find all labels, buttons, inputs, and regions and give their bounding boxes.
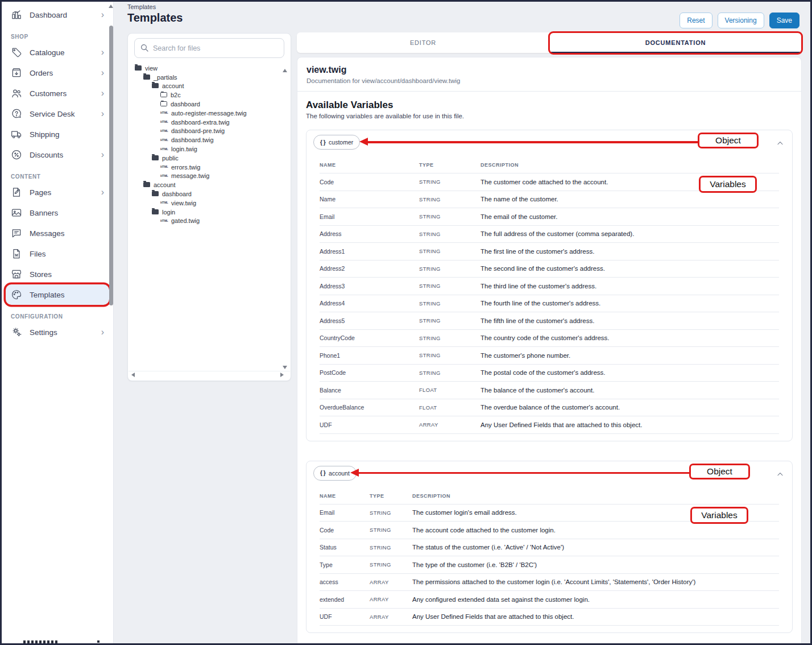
- tree-item-dashboard-extra-twig[interactable]: HTMLdashboard-extra.twig: [128, 118, 291, 127]
- versioning-button[interactable]: Versioning: [718, 13, 764, 28]
- shipping-icon: [11, 129, 22, 140]
- sidebar-item-dashboard[interactable]: Dashboard›: [6, 5, 109, 25]
- tree-horizontal-scrollbar[interactable]: [129, 371, 290, 371]
- toolbar: Reset Versioning Save: [680, 13, 799, 28]
- variable-description: Any User Defined Fields that are attache…: [480, 416, 779, 434]
- variable-row-Address3: Address3STRINGThe third line of the cust…: [320, 278, 779, 295]
- variable-description: The account code attached to the custome…: [412, 522, 779, 539]
- reset-button[interactable]: Reset: [680, 13, 712, 28]
- sidebar-item-label: Shipping: [30, 130, 60, 139]
- sidebar-item-pages[interactable]: Pages›: [6, 182, 109, 202]
- html-file-icon: HTML: [160, 121, 168, 123]
- tree-item-dashboard-twig[interactable]: HTMLdashboard.twig: [128, 135, 291, 144]
- variable-description: Any User Defined Fields that are attache…: [412, 608, 779, 626]
- variable-name: Email: [320, 208, 419, 226]
- chevron-right-icon: ›: [101, 89, 104, 98]
- sidebar-scroll-up-icon[interactable]: [109, 5, 113, 8]
- variable-description: The postal code of the customer's addres…: [480, 364, 779, 382]
- tree-item-view-twig[interactable]: HTMLview.twig: [128, 199, 291, 208]
- folder-icon: [152, 84, 159, 88]
- tree-item-account[interactable]: account: [128, 82, 291, 91]
- variable-type: STRING: [419, 243, 480, 261]
- tree-item-login[interactable]: login: [128, 208, 291, 217]
- section-label-configuration: CONFIGURATION: [11, 311, 104, 321]
- variable-type: STRING: [419, 260, 480, 278]
- html-file-icon: HTML: [160, 201, 168, 204]
- sidebar-item-customers[interactable]: Customers›: [6, 83, 109, 104]
- sidebar-item-service-desk[interactable]: Service Desk›: [6, 104, 109, 124]
- tree-item-dashboard[interactable]: dashboard: [128, 189, 291, 199]
- section-label-content: CONTENT: [11, 171, 104, 181]
- tree-item-message-twig[interactable]: HTMLmessage.twig: [128, 172, 291, 181]
- variable-row-Address: AddressSTRINGThe full address of the cus…: [320, 225, 779, 243]
- variable-description: The status of the customer (i.e. 'Active…: [412, 539, 779, 556]
- search-icon: [140, 43, 149, 52]
- variable-row-Address4: Address4STRINGThe fourth line of the cus…: [320, 295, 779, 312]
- variable-description: The third line of the customer's address…: [480, 278, 779, 295]
- variable-type: FLOAT: [419, 382, 480, 399]
- sidebar-item-discounts[interactable]: Discounts›: [6, 144, 109, 165]
- chevron-right-icon: ›: [101, 109, 104, 118]
- variable-type: STRING: [370, 504, 412, 522]
- tree-item-gated-twig[interactable]: HTMLgated.twig: [128, 217, 291, 226]
- tree-item-auto-register-message-twig[interactable]: HTMLauto-register-message.twig: [128, 109, 291, 118]
- variable-type: STRING: [419, 208, 480, 226]
- tree-item-public[interactable]: public: [128, 154, 291, 163]
- breadcrumb[interactable]: Templates: [127, 3, 156, 10]
- html-file-icon: HTML: [160, 130, 168, 133]
- tree-item-label: view: [145, 65, 158, 72]
- sidebar-item-shipping[interactable]: Shipping: [6, 124, 109, 144]
- variable-name: UDF: [320, 608, 370, 626]
- sidebar-item-stores[interactable]: Stores: [6, 264, 109, 284]
- html-file-icon: HTML: [160, 148, 168, 151]
- html-file-icon: HTML: [160, 175, 168, 177]
- sidebar-item-label: Files: [30, 250, 46, 258]
- column-header-name: NAME: [320, 485, 370, 505]
- chevron-right-icon: ›: [101, 68, 104, 77]
- object-name: customer: [329, 139, 353, 146]
- tree-item--partials[interactable]: _partials: [128, 73, 291, 82]
- variable-row-Name: NameSTRINGThe name of the customer.: [320, 191, 779, 208]
- sidebar-item-banners[interactable]: Banners: [6, 202, 109, 223]
- tree-scroll-up-icon[interactable]: [283, 69, 287, 72]
- tree-item-dashboard[interactable]: dashboard: [128, 100, 291, 109]
- tree-scroll-down-icon[interactable]: [283, 366, 287, 369]
- tree-scroll-right-icon[interactable]: [280, 373, 284, 377]
- sidebar-item-messages[interactable]: Messages: [6, 223, 109, 243]
- sidebar-item-catalogue[interactable]: Catalogue›: [6, 42, 109, 63]
- tree-item-b2c[interactable]: b2c: [128, 90, 291, 100]
- tree-item-view[interactable]: view: [128, 64, 291, 73]
- chevron-up-icon[interactable]: [776, 139, 784, 150]
- catalogue-icon: [11, 47, 22, 58]
- variable-row-Address2: Address2STRINGThe second line of the cus…: [320, 260, 779, 278]
- save-button[interactable]: Save: [769, 13, 799, 28]
- object-pill-customer[interactable]: { }customer: [313, 135, 360, 150]
- tree-item-label: auto-register-message.twig: [171, 110, 247, 117]
- sidebar-item-files[interactable]: Files: [6, 243, 109, 264]
- variable-type: STRING: [419, 312, 480, 330]
- search-input[interactable]: [134, 38, 284, 58]
- sidebar-item-orders[interactable]: Orders›: [6, 63, 109, 83]
- tree-item-label: view.twig: [171, 200, 196, 206]
- tab-documentation[interactable]: DOCUMENTATION: [549, 32, 802, 53]
- page-title: Templates: [127, 11, 183, 24]
- chevron-up-icon[interactable]: [776, 470, 784, 481]
- sidebar-item-label: Pages: [30, 188, 51, 197]
- tree-scroll-left-icon[interactable]: [131, 373, 135, 377]
- tree-item-errors-twig[interactable]: HTMLerrors.twig: [128, 163, 291, 172]
- sidebar-item-label: Messages: [30, 229, 65, 238]
- chevron-right-icon: ›: [101, 188, 104, 197]
- tree-item-dashboard-pre-twig[interactable]: HTMLdashboard-pre.twig: [128, 127, 291, 136]
- variable-type: STRING: [419, 191, 480, 208]
- tree-item-account[interactable]: account: [128, 180, 291, 189]
- sidebar-item-templates[interactable]: Templates: [6, 284, 109, 305]
- braces-icon: { }: [320, 139, 325, 146]
- file-tree-panel: view_partialsaccountb2cdashboardHTMLauto…: [127, 33, 291, 381]
- sidebar-item-settings[interactable]: Settings›: [6, 322, 109, 342]
- tree-item-login-twig[interactable]: HTMLlogin.twig: [128, 144, 291, 154]
- folder-icon: [152, 156, 159, 160]
- chevron-right-icon: ›: [101, 328, 104, 337]
- variable-name: extended: [320, 591, 370, 609]
- tab-editor[interactable]: EDITOR: [297, 32, 549, 53]
- sidebar-scrollbar-thumb[interactable]: [109, 26, 113, 305]
